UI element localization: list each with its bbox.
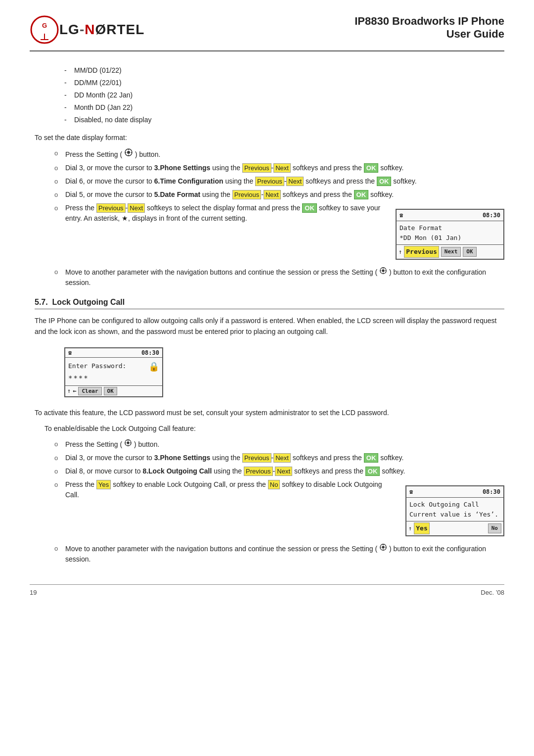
step-4: Dial 5, or move the cursor to 5.Date For… [54, 189, 504, 200]
list-item: Month DD (Jan 22) [64, 102, 504, 113]
password-dots: **** [68, 373, 159, 383]
no-softkey[interactable]: No [488, 523, 501, 534]
lock-steps-list: Press the Setting ( ) button. Dial 3, or… [54, 439, 504, 565]
page-header: G LG-NØRTEL IP8830 Broadworks IP Phone U… [30, 15, 504, 51]
setting-icon-2 [379, 267, 387, 275]
svg-point-11 [382, 269, 384, 272]
title-line2: User Guide [355, 28, 504, 41]
clear-softkey[interactable]: Clear [78, 387, 101, 395]
phone-screen-lock-outgoing: ☎ 08:30 Lock Outgoing Call Current value… [405, 485, 504, 536]
lock-phone-softkeys: ↑ ← Clear OK [65, 385, 162, 396]
back-icon-lock: ← [73, 387, 76, 394]
list-item: DD/MM (22/01) [64, 78, 504, 88]
ok-softkey-lock[interactable]: OK [104, 387, 117, 395]
step-1: Press the Setting ( ) button. [54, 148, 504, 160]
step-2: Dial 3, or move the cursor to 3.Phone Se… [54, 163, 504, 173]
step-6: Move to another parameter with the navig… [54, 267, 504, 288]
lock-outgoing-line2: Current value is ‘Yes’. [409, 510, 500, 520]
date-format-intro: To set the date display format: [35, 132, 504, 143]
enter-password-label: Enter Password: [68, 361, 126, 371]
phone-screen-date: ☎ 08:30 Date Format *DD Mon (01 Jan) ↑ P… [396, 209, 504, 260]
title-area: IP8830 Broadworks IP Phone User Guide [355, 15, 504, 41]
svg-text:G: G [42, 22, 47, 29]
phone-icon: ☎ [400, 211, 403, 220]
lock-step-5: Move to another parameter with the navig… [54, 543, 504, 565]
step5-layout: Press the Previous-Next softkeys to sele… [65, 203, 504, 264]
lock-outgoing-phone-icon: ☎ [409, 487, 413, 496]
phone-screen-lock: ☎ 08:30 Enter Password: 🔒 **** ↑ ← Clear… [64, 347, 163, 397]
lock-phone-body: Enter Password: 🔒 **** [65, 358, 162, 385]
home-softkey-icon: ↑ [399, 247, 402, 256]
section-57-heading: 5.7. Lock Outgoing Call [35, 298, 504, 309]
setting-icon [124, 148, 133, 157]
phone-line1: Date Format [400, 223, 500, 233]
lock-outgoing-phone-body: Lock Outgoing Call Current value is ‘Yes… [406, 498, 503, 521]
setting-icon-4 [379, 543, 387, 551]
format-list: MM/DD (01/22) DD/MM (22/01) DD Month (22… [64, 65, 504, 125]
previous-softkey[interactable]: Previous [404, 246, 439, 258]
lock-phone-container: ☎ 08:30 Enter Password: 🔒 **** ↑ ← Clear… [64, 343, 504, 401]
lock-activate-text: To activate this feature, the LCD passwo… [35, 407, 504, 418]
home-icon-outgoing: ↑ [408, 524, 412, 533]
list-item: MM/DD (01/22) [64, 65, 504, 76]
title-line1: IP8830 Broadworks IP Phone [355, 15, 504, 28]
ok-softkey[interactable]: OK [463, 247, 476, 257]
list-item: Disabled, no date display [64, 115, 504, 125]
lock-outgoing-phone-top: ☎ 08:30 [406, 486, 503, 498]
main-content: MM/DD (01/22) DD/MM (22/01) DD Month (22… [30, 65, 504, 565]
page-number: 19 [30, 589, 37, 596]
logo-icon: G [30, 15, 59, 45]
lock-phone-icon: ☎ [68, 349, 72, 356]
lock-step-3: Dial 8, or move cursor to 8.Lock Outgoin… [54, 466, 504, 476]
home-icon-lock: ↑ [67, 387, 71, 394]
setting-icon-3 [124, 439, 132, 447]
page: G LG-NØRTEL IP8830 Broadworks IP Phone U… [0, 0, 534, 756]
date-format-steps: Press the Setting ( ) button. Dial 3, or… [54, 148, 504, 288]
date-format-phone: ☎ 08:30 Date Format *DD Mon (01 Jan) ↑ P… [396, 205, 504, 264]
svg-point-23 [382, 546, 384, 548]
lock-step-1: Press the Setting ( ) button. [54, 439, 504, 450]
phone-softkeys-date: ↑ Previous Next OK [397, 244, 503, 259]
lock-step-4: Press the Yes softkey to enable Lock Out… [54, 479, 504, 540]
next-softkey[interactable]: Next [441, 247, 461, 257]
svg-point-5 [127, 151, 130, 154]
lock-step4-text: Press the Yes softkey to enable Lock Out… [65, 479, 396, 500]
lock-intro-text: The IP Phone can be configured to allow … [35, 315, 504, 337]
lock-enable-intro: To enable/disable the Lock Outgoing Call… [44, 423, 504, 434]
lock-step-2: Dial 3, or move the cursor to 3.Phone Se… [54, 453, 504, 463]
lock-outgoing-phone: ☎ 08:30 Lock Outgoing Call Current value… [405, 481, 504, 540]
logo-area: G LG-NØRTEL [30, 15, 144, 45]
svg-point-17 [127, 442, 129, 444]
logo-text: LG-NØRTEL [59, 22, 144, 38]
list-item: DD Month (22 Jan) [64, 90, 504, 100]
lock-outgoing-line1: Lock Outgoing Call [409, 500, 500, 510]
step-5: Press the Previous-Next softkeys to sele… [54, 203, 504, 264]
step5-text: Press the Previous-Next softkeys to sele… [65, 203, 386, 224]
lock-icon: 🔒 [148, 360, 159, 373]
lock-phone-top: ☎ 08:30 [65, 348, 162, 358]
page-footer: 19 Dec. ’08 [30, 584, 504, 596]
lock-step4-layout: Press the Yes softkey to enable Lock Out… [65, 479, 504, 540]
footer-date: Dec. ’08 [481, 589, 504, 596]
phone-body-date: Date Format *DD Mon (01 Jan) [397, 221, 503, 244]
phone-line2: *DD Mon (01 Jan) [400, 233, 500, 243]
yes-softkey[interactable]: Yes [414, 522, 429, 534]
lock-outgoing-softkeys: ↑ Yes No [406, 521, 503, 535]
step-3: Dial 6, or move the cursor to 6.Time Con… [54, 176, 504, 187]
phone-screen-top: ☎ 08:30 [397, 210, 503, 221]
